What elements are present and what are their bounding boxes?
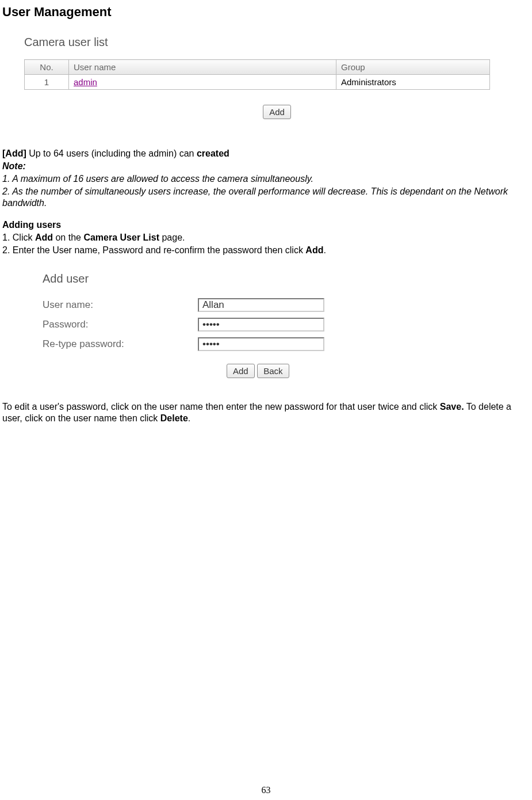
note-2: 2. As the number of simultaneously users…: [2, 186, 530, 209]
adding-users-heading: Adding users: [2, 219, 530, 231]
user-list-table: No. User name Group 1 admin Administrato…: [24, 59, 490, 90]
column-header-no: No.: [25, 60, 69, 75]
add-user-button[interactable]: Add: [227, 364, 255, 378]
retype-password-field[interactable]: [198, 337, 324, 351]
add-button-row: Add: [24, 105, 530, 119]
add-user-title: Add user: [43, 272, 530, 285]
label-retype-password: Re-type password:: [43, 338, 198, 350]
note-1: 1. A maximum of 16 users are allowed to …: [2, 173, 530, 185]
username-field[interactable]: [198, 298, 324, 312]
camera-user-list-title: Camera user list: [24, 36, 530, 49]
user-link-admin[interactable]: admin: [74, 77, 97, 87]
cell-no: 1: [25, 75, 69, 90]
page-number: 63: [0, 785, 532, 795]
page-title: User Management: [2, 5, 530, 20]
add-label: [Add]: [2, 148, 29, 158]
camera-user-list-figure: Camera user list No. User name Group 1 a…: [24, 36, 530, 119]
add-user-figure: Add user User name: Password: Re-type pa…: [43, 272, 530, 378]
add-description: [Add] Up to 64 users (including the admi…: [2, 148, 530, 159]
add-created: created: [197, 148, 229, 158]
add-text: Up to 64 users (including the admin) can: [29, 148, 197, 158]
table-row: 1 admin Administrators: [25, 75, 490, 90]
cell-username: admin: [69, 75, 336, 90]
column-header-group: Group: [336, 60, 490, 75]
edit-delete-instructions: To edit a user's password, click on the …: [2, 401, 530, 424]
back-button[interactable]: Back: [257, 364, 289, 378]
label-password: Password:: [43, 319, 198, 330]
label-username: User name:: [43, 299, 198, 311]
note-heading: Note:: [2, 161, 530, 172]
password-field[interactable]: [198, 318, 324, 332]
step-1: 1. Click Add on the Camera User List pag…: [2, 232, 530, 243]
add-button[interactable]: Add: [263, 105, 291, 119]
cell-group: Administrators: [336, 75, 490, 90]
column-header-username: User name: [69, 60, 336, 75]
step-2: 2. Enter the User name, Password and re-…: [2, 245, 530, 256]
